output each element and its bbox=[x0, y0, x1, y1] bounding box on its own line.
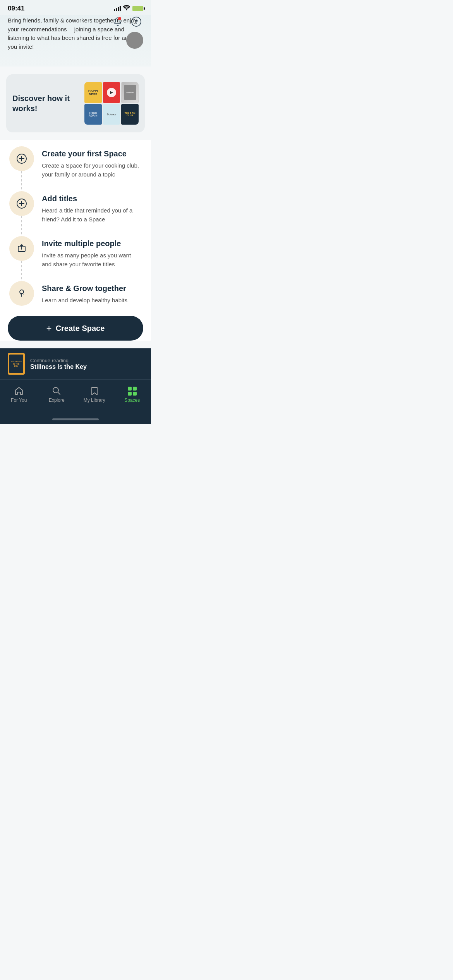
continue-reading-book-thumb: STILLNESSIS THEKEY bbox=[8, 353, 25, 375]
bell-icon bbox=[112, 16, 123, 27]
book-thumb-3: Person bbox=[121, 82, 139, 103]
home-indicator bbox=[52, 418, 99, 420]
bottom-nav: For You Explore My Library bbox=[0, 379, 151, 416]
nav-label-spaces: Spaces bbox=[124, 397, 140, 403]
home-bar bbox=[0, 416, 151, 424]
step-4-content: Share & Grow together Learn and develop … bbox=[42, 281, 142, 305]
create-space-button[interactable]: + Create Space bbox=[8, 316, 143, 341]
step-grow-together: Share & Grow together Learn and develop … bbox=[0, 275, 151, 312]
step-3-desc: Invite as many people as you want and sh… bbox=[42, 251, 142, 269]
svg-point-0 bbox=[118, 17, 121, 20]
svg-text:?: ? bbox=[135, 19, 138, 25]
step-4-title: Share & Grow together bbox=[42, 284, 142, 293]
step-invite-people: Invite multiple people Invite as many pe… bbox=[0, 230, 151, 275]
step-4-desc: Learn and develop healthy habits bbox=[42, 296, 142, 305]
book-thumb-4: THINKAGAIN bbox=[84, 104, 102, 125]
step-1-desc: Create a Space for your cooking club, yo… bbox=[42, 161, 142, 179]
spaces-grid-icon bbox=[128, 387, 137, 396]
continue-reading-label: Continue reading bbox=[30, 358, 143, 363]
nav-label-my-library: My Library bbox=[84, 397, 105, 403]
question-icon: ? bbox=[131, 16, 142, 27]
nav-item-for-you[interactable]: For You bbox=[0, 384, 38, 405]
header-actions: ? bbox=[111, 15, 143, 49]
continue-reading-title: Stillness Is the Key bbox=[30, 363, 143, 370]
search-icon bbox=[51, 386, 62, 396]
step-1-content: Create your first Space Create a Space f… bbox=[42, 146, 142, 179]
status-icons bbox=[114, 5, 143, 12]
step-2-content: Add titles Heard a title that reminded y… bbox=[42, 191, 142, 224]
step-2-desc: Heard a title that reminded you of a fri… bbox=[42, 206, 142, 224]
bookmark-icon bbox=[89, 386, 100, 396]
create-space-plus: + bbox=[46, 323, 52, 334]
nav-label-for-you: For You bbox=[11, 397, 27, 403]
grow-icon bbox=[9, 281, 34, 306]
header-icons-row: ? bbox=[111, 15, 143, 29]
invite-icon bbox=[9, 236, 34, 261]
avatar[interactable] bbox=[126, 32, 143, 49]
battery-icon bbox=[132, 6, 143, 11]
status-time: 09:41 bbox=[8, 5, 24, 12]
discover-thumbnails: HAPPINESS ▶ GetIt! Person THINKAGAIN Sci… bbox=[84, 82, 139, 125]
create-space-label: Create Space bbox=[56, 324, 105, 333]
book-thumb-1: HAPPINESS bbox=[84, 82, 102, 103]
discover-card[interactable]: Discover how it works! HAPPINESS ▶ GetIt… bbox=[6, 74, 145, 132]
spaces-icon bbox=[127, 386, 137, 396]
step-3-title: Invite multiple people bbox=[42, 239, 142, 248]
book-thumb-2: ▶ GetIt! bbox=[103, 82, 120, 103]
header-area: Bring friends, family & coworkers togeth… bbox=[0, 15, 151, 67]
signal-icon bbox=[114, 6, 121, 11]
step-2-title: Add titles bbox=[42, 194, 142, 203]
wifi-icon bbox=[123, 5, 130, 12]
svg-line-12 bbox=[58, 392, 60, 395]
book-thumb-6: THE 5 AMCLUB bbox=[121, 104, 139, 125]
help-button[interactable]: ? bbox=[129, 15, 143, 29]
discover-text: Discover how it works! bbox=[12, 93, 78, 113]
nav-item-spaces[interactable]: Spaces bbox=[113, 384, 151, 405]
nav-label-explore: Explore bbox=[49, 397, 65, 403]
continue-reading-bar[interactable]: STILLNESSIS THEKEY Continue reading Stil… bbox=[0, 348, 151, 379]
add-titles-icon bbox=[9, 191, 34, 216]
book-thumb-5: Science bbox=[103, 104, 120, 125]
step-add-titles: Add titles Heard a title that reminded y… bbox=[0, 185, 151, 230]
nav-item-explore[interactable]: Explore bbox=[38, 384, 76, 405]
step-create-space: Create your first Space Create a Space f… bbox=[0, 140, 151, 185]
steps-section: Create your first Space Create a Space f… bbox=[0, 140, 151, 341]
continue-reading-info: Continue reading Stillness Is the Key bbox=[30, 358, 143, 370]
nav-item-my-library[interactable]: My Library bbox=[76, 384, 113, 405]
create-space-icon bbox=[9, 146, 34, 171]
step-1-title: Create your first Space bbox=[42, 149, 142, 158]
status-bar: 09:41 bbox=[0, 0, 151, 15]
home-icon bbox=[14, 386, 24, 396]
step-3-content: Invite multiple people Invite as many pe… bbox=[42, 236, 142, 269]
notification-button[interactable] bbox=[111, 15, 125, 29]
